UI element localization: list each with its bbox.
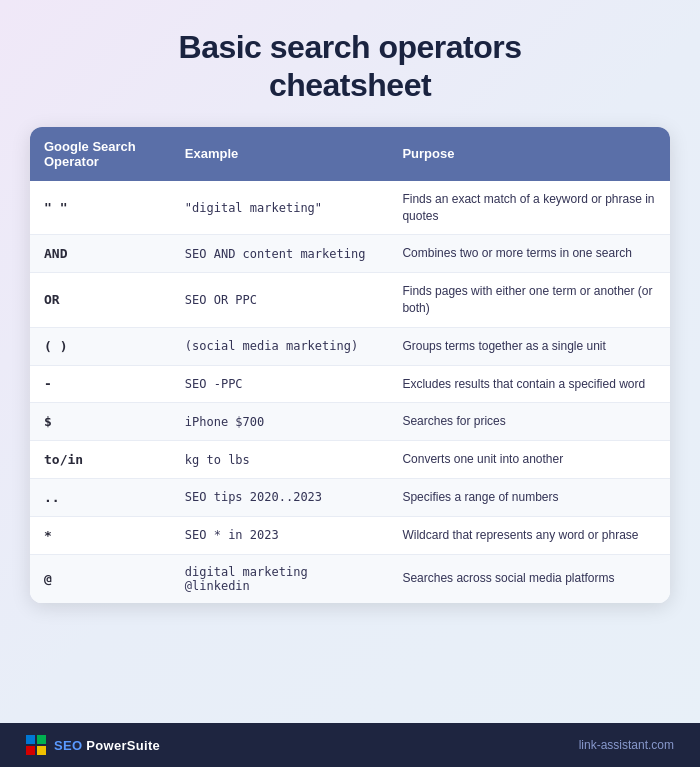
table-row: ORSEO OR PPCFinds pages with either one …: [30, 273, 670, 328]
cell-purpose: Finds an exact match of a keyword or phr…: [388, 181, 670, 235]
cell-operator: $: [30, 403, 171, 441]
cell-example: SEO OR PPC: [171, 273, 389, 328]
cell-purpose: Groups terms together as a single unit: [388, 327, 670, 365]
table-row: *SEO * in 2023Wildcard that represents a…: [30, 516, 670, 554]
cell-purpose: Searches across social media platforms: [388, 554, 670, 603]
cell-operator: OR: [30, 273, 171, 328]
cell-example: digital marketing @linkedin: [171, 554, 389, 603]
cell-example: SEO -PPC: [171, 365, 389, 403]
cell-purpose: Converts one unit into another: [388, 441, 670, 479]
col-header-example: Example: [171, 127, 389, 181]
logo-square-yellow: [37, 746, 46, 755]
table-row: @digital marketing @linkedinSearches acr…: [30, 554, 670, 603]
page-title: Basic search operatorscheatsheet: [179, 28, 522, 105]
table-row: $iPhone $700Searches for prices: [30, 403, 670, 441]
footer-brand: SEO PowerSuite: [26, 735, 160, 755]
seo-powersuite-logo: [26, 735, 46, 755]
table-row: ANDSEO AND content marketingCombines two…: [30, 235, 670, 273]
cell-operator: *: [30, 516, 171, 554]
logo-square-red: [26, 746, 35, 755]
logo-square-green: [37, 735, 46, 744]
operators-table: Google Search Operator Example Purpose "…: [30, 127, 670, 603]
cell-operator: ..: [30, 478, 171, 516]
cell-purpose: Wildcard that represents any word or phr…: [388, 516, 670, 554]
col-header-operator: Google Search Operator: [30, 127, 171, 181]
main-content: Basic search operatorscheatsheet Google …: [0, 0, 700, 723]
cell-example: SEO * in 2023: [171, 516, 389, 554]
footer-brand-text: SEO PowerSuite: [54, 738, 160, 753]
cell-example: SEO tips 2020..2023: [171, 478, 389, 516]
cell-operator: AND: [30, 235, 171, 273]
footer: SEO PowerSuite link-assistant.com: [0, 723, 700, 767]
footer-brand-prefix: SEO: [54, 738, 86, 753]
cell-purpose: Excludes results that contain a specifie…: [388, 365, 670, 403]
table-row: ( )(social media marketing)Groups terms …: [30, 327, 670, 365]
table-row: " ""digital marketing"Finds an exact mat…: [30, 181, 670, 235]
col-header-purpose: Purpose: [388, 127, 670, 181]
cell-operator: to/in: [30, 441, 171, 479]
table-row: ..SEO tips 2020..2023Specifies a range o…: [30, 478, 670, 516]
cell-purpose: Specifies a range of numbers: [388, 478, 670, 516]
table-header-row: Google Search Operator Example Purpose: [30, 127, 670, 181]
table-row: -SEO -PPCExcludes results that contain a…: [30, 365, 670, 403]
cell-example: SEO AND content marketing: [171, 235, 389, 273]
footer-url: link-assistant.com: [579, 738, 674, 752]
table-container: Google Search Operator Example Purpose "…: [30, 127, 670, 603]
cell-example: iPhone $700: [171, 403, 389, 441]
cell-operator: " ": [30, 181, 171, 235]
cell-example: (social media marketing): [171, 327, 389, 365]
cell-operator: -: [30, 365, 171, 403]
cell-purpose: Combines two or more terms in one search: [388, 235, 670, 273]
table-row: to/inkg to lbsConverts one unit into ano…: [30, 441, 670, 479]
cell-operator: ( ): [30, 327, 171, 365]
cell-purpose: Searches for prices: [388, 403, 670, 441]
cell-example: "digital marketing": [171, 181, 389, 235]
cell-example: kg to lbs: [171, 441, 389, 479]
cell-operator: @: [30, 554, 171, 603]
logo-square-blue: [26, 735, 35, 744]
cell-purpose: Finds pages with either one term or anot…: [388, 273, 670, 328]
